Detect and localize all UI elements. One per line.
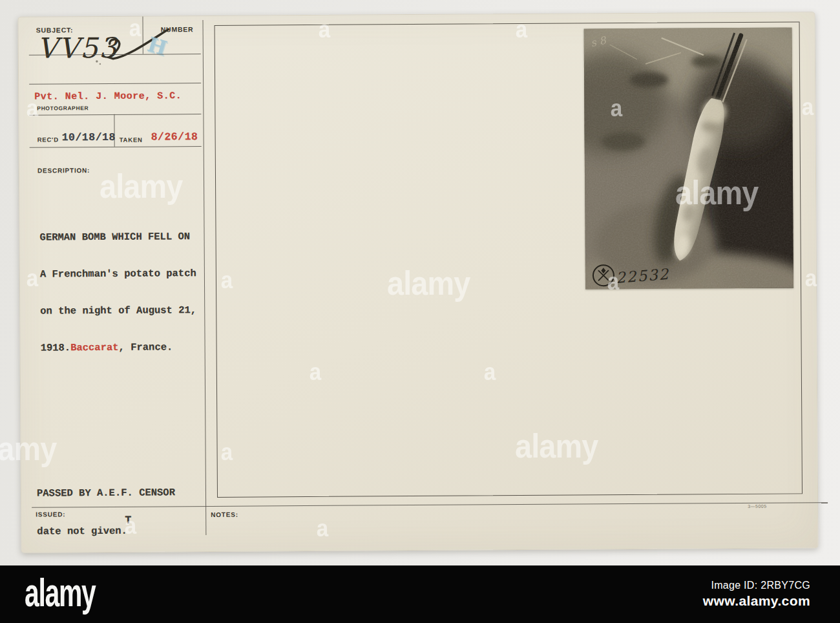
form-number: 3—5005 bbox=[748, 504, 767, 509]
screenshot-root: SUBJECT: NUMBER VV53 H Pvt. Nel. J. Moor… bbox=[0, 0, 840, 623]
rule-line bbox=[29, 114, 201, 116]
notes-label: NOTES: bbox=[211, 511, 238, 518]
bomb-photograph: s 8 22532 bbox=[584, 27, 793, 289]
photographer-name: Pvt. Nel. J. Moore, S.C. bbox=[34, 90, 182, 102]
ink-dot bbox=[100, 63, 101, 65]
recd-date: 10/18/18 bbox=[62, 131, 116, 144]
footer-bar: alamy Image ID: 2RBY7CG www.alamy.com bbox=[0, 565, 840, 623]
description-text: GERMAN BOMB WHICH FELL ON A Frenchman's … bbox=[39, 206, 196, 379]
taken-date: 8/26/18 bbox=[151, 131, 198, 143]
rule-line bbox=[29, 83, 201, 85]
taken-label: TAKEN bbox=[120, 136, 143, 143]
alamy-url: www.alamy.com bbox=[703, 593, 810, 609]
photographer-label: PHOTOGRAPHER bbox=[37, 105, 89, 111]
description-year: 1918. bbox=[41, 342, 71, 354]
handwritten-text: VV53 bbox=[37, 32, 119, 65]
image-id: Image ID: 2RBY7CG bbox=[703, 580, 810, 591]
description-line: A Frenchman's potato patch bbox=[40, 268, 196, 280]
photo: s 8 22532 bbox=[584, 27, 793, 289]
footer-info: Image ID: 2RBY7CG www.alamy.com bbox=[703, 580, 810, 609]
censor-line: date not given. bbox=[37, 525, 175, 538]
description-line: GERMAN BOMB WHICH FELL ON bbox=[40, 231, 196, 244]
photo-grain bbox=[584, 27, 793, 289]
rule-line bbox=[30, 146, 202, 148]
description-place: Baccarat bbox=[70, 342, 119, 354]
archive-card: SUBJECT: NUMBER VV53 H Pvt. Nel. J. Moor… bbox=[17, 12, 818, 553]
issued-label: ISSUED: bbox=[36, 511, 65, 518]
description-line: 1918.Baccarat, France. bbox=[41, 341, 197, 354]
alamy-logo: alamy bbox=[25, 569, 95, 615]
ink-dot bbox=[96, 60, 98, 62]
description-line: on the night of August 21, bbox=[40, 304, 196, 317]
description-country: , France. bbox=[118, 341, 173, 354]
issued-value: T bbox=[125, 514, 131, 527]
recd-label: REC'D bbox=[37, 136, 59, 143]
censor-line: PASSED BY A.E.F. CENSOR bbox=[37, 487, 175, 500]
column-divider bbox=[203, 20, 207, 535]
description-label: DESCRIPTION: bbox=[37, 167, 90, 174]
